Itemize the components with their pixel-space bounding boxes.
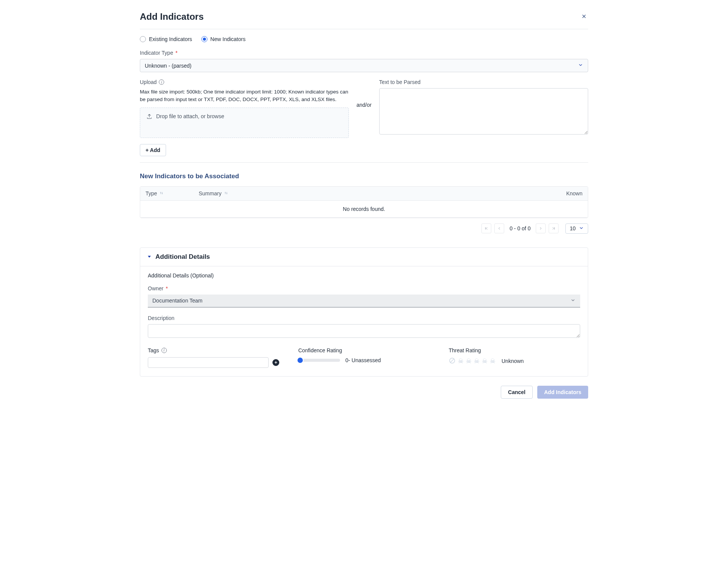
threat-block: Threat Rating ☠ ☠ ☠ ☠ ☠ Unknown [449, 347, 580, 365]
new-indicators-heading: New Indicators to be Associated [140, 173, 588, 180]
andor-label: and/or [356, 79, 372, 108]
panel-header-toggle[interactable]: Additional Details [140, 248, 588, 266]
pagination: 0 - 0 of 0 10 [140, 223, 588, 234]
radio-label: Existing Indicators [149, 36, 192, 42]
upload-icon [146, 113, 152, 120]
confidence-block: Confidence Rating 0- Unassessed [298, 347, 430, 363]
description-label: Description [148, 315, 580, 321]
parse-label: Text to be Parsed [379, 79, 588, 85]
tags-input-row: + [148, 357, 279, 368]
panel-subtitle: Additional Details (Optional) [148, 272, 580, 279]
page-last-button[interactable] [549, 223, 559, 233]
table-empty-message: No records found. [140, 201, 588, 218]
page-first-button[interactable] [481, 223, 491, 233]
skull-icon[interactable]: ☠ [466, 357, 472, 365]
add-indicators-dialog: Add Indicators Existing Indicators New I… [132, 0, 596, 414]
radio-existing-indicators[interactable]: Existing Indicators [140, 36, 192, 42]
details-bottom-row: Tags i + Confidence Rating 0- [148, 347, 580, 368]
confidence-slider-row: 0- Unassessed [298, 357, 430, 363]
panel-body: Additional Details (Optional) Owner * Do… [140, 266, 588, 376]
page-next-button[interactable] [536, 223, 546, 233]
indicator-type-label: Indicator Type * [140, 50, 588, 56]
owner-select[interactable]: Documentation Team [148, 295, 580, 307]
description-textarea[interactable] [148, 324, 580, 338]
indicator-type-select[interactable]: Unknown - (parsed) [140, 59, 588, 72]
tags-label: Tags i [148, 347, 279, 353]
panel-title: Additional Details [155, 253, 210, 261]
upload-helptext: Max file size import: 500kb; One time in… [140, 88, 349, 104]
file-dropzone[interactable]: Drop file to attach, or browse [140, 108, 349, 138]
mode-radio-group: Existing Indicators New Indicators [140, 36, 588, 42]
chevron-down-icon [578, 62, 583, 69]
add-indicators-submit-button[interactable]: Add Indicators [537, 386, 588, 399]
slider-thumb[interactable] [298, 358, 303, 363]
parse-textarea[interactable] [379, 88, 588, 135]
column-header-type[interactable]: Type [146, 190, 199, 196]
radio-icon [201, 36, 207, 42]
column-header-summary[interactable]: Summary [199, 190, 552, 196]
cancel-button[interactable]: Cancel [501, 386, 533, 399]
page-prev-button[interactable] [494, 223, 504, 233]
caret-down-icon [147, 254, 152, 260]
page-range: 0 - 0 of 0 [507, 225, 533, 231]
additional-details-panel: Additional Details Additional Details (O… [140, 247, 588, 377]
add-button[interactable]: + Add [140, 144, 166, 156]
skull-icon[interactable]: ☠ [458, 357, 464, 365]
skull-icon[interactable]: ☠ [490, 357, 495, 365]
no-threat-icon[interactable] [449, 357, 456, 365]
owner-label: Owner * [148, 285, 580, 291]
threat-rating-row: ☠ ☠ ☠ ☠ ☠ Unknown [449, 357, 580, 365]
close-icon [581, 13, 587, 21]
radio-label: New Indicators [210, 36, 246, 42]
radio-new-indicators[interactable]: New Indicators [201, 36, 246, 42]
dialog-header: Add Indicators [140, 11, 588, 29]
chevron-down-icon [579, 225, 584, 232]
page-size-select[interactable]: 10 [565, 223, 588, 234]
threat-label: Threat Rating [449, 347, 580, 353]
mode-section: Existing Indicators New Indicators Indic… [140, 29, 588, 163]
upload-parse-row: Upload i Max file size import: 500kb; On… [140, 79, 588, 138]
confidence-label: Confidence Rating [298, 347, 430, 353]
info-icon[interactable]: i [161, 348, 167, 353]
owner-value: Documentation Team [152, 298, 203, 304]
required-marker: * [176, 50, 177, 56]
upload-label: Upload i [140, 79, 349, 85]
indicator-type-value: Unknown - (parsed) [145, 63, 191, 69]
skull-icon[interactable]: ☠ [474, 357, 480, 365]
required-marker: * [166, 285, 168, 291]
table-header-row: Type Summary Known [140, 187, 588, 201]
tags-input[interactable] [148, 357, 269, 368]
dropzone-text: Drop file to attach, or browse [156, 113, 224, 119]
dialog-footer: Cancel Add Indicators [140, 386, 588, 399]
sort-icon [159, 190, 164, 196]
tags-block: Tags i + [148, 347, 279, 368]
add-tag-button[interactable]: + [272, 359, 279, 366]
parse-column: Text to be Parsed [379, 79, 588, 136]
info-icon[interactable]: i [159, 79, 164, 85]
sort-icon [224, 190, 228, 196]
column-header-known[interactable]: Known [552, 190, 582, 196]
radio-icon [140, 36, 146, 42]
divider [140, 162, 588, 163]
upload-column: Upload i Max file size import: 500kb; On… [140, 79, 349, 138]
confidence-value: 0- Unassessed [345, 357, 381, 363]
confidence-slider[interactable] [298, 359, 340, 362]
threat-value: Unknown [502, 358, 524, 364]
close-button[interactable] [580, 13, 588, 21]
skull-icon[interactable]: ☠ [482, 357, 487, 365]
chevron-down-icon [570, 298, 576, 304]
indicators-table: Type Summary Known No records found. [140, 186, 588, 218]
dialog-title: Add Indicators [140, 11, 204, 22]
